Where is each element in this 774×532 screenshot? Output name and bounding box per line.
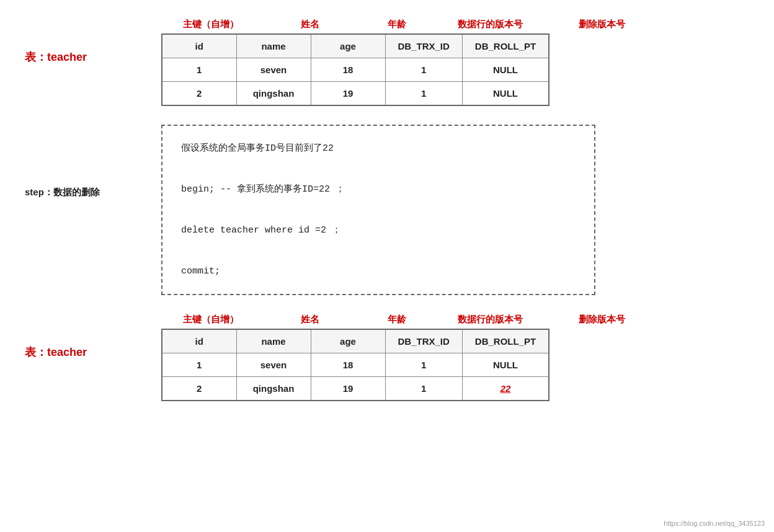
bottom-th-rollpt: DB_ROLL_PT (462, 329, 549, 353)
code-line: begin; -- 拿到系统的事务ID=22 ； (181, 179, 576, 200)
top-table-content: 主键（自增） 姓名 年龄 数据行的版本号 删除版本号 id name age D… (161, 19, 749, 106)
top-ch-name: 姓名 (260, 19, 360, 30)
bottom-row-rollpt: NULL (462, 353, 549, 377)
bottom-row-age: 18 (311, 353, 385, 377)
bottom-ch-name: 姓名 (260, 314, 360, 326)
watermark: https://blog.csdn.net/qq_3435123 (664, 520, 765, 527)
bottom-row-name: qingshan (236, 377, 311, 401)
page-container: 表：teacher 主键（自增） 姓名 年龄 数据行的版本号 删除版本号 id … (0, 0, 774, 438)
code-line (181, 241, 576, 261)
top-table-row: 2 qingshan 19 1 NULL (162, 82, 549, 106)
bottom-table-header-row: id name age DB_TRX_ID DB_ROLL_PT (162, 329, 549, 353)
bottom-table-row: 1 seven 18 1 NULL (162, 353, 549, 377)
top-table-section: 表：teacher 主键（自增） 姓名 年龄 数据行的版本号 删除版本号 id … (25, 19, 749, 106)
top-row-rollpt: NULL (462, 82, 549, 106)
code-line: commit; (181, 261, 576, 282)
top-th-trxid: DB_TRX_ID (385, 34, 462, 58)
bottom-row-age: 19 (311, 377, 385, 401)
top-col-headers: 主键（自增） 姓名 年龄 数据行的版本号 删除版本号 (161, 19, 749, 33)
bottom-ch-trxid: 数据行的版本号 (434, 314, 546, 326)
bottom-ch-age: 年龄 (360, 314, 434, 326)
bottom-row-id: 1 (162, 353, 236, 377)
bottom-th-name: name (236, 329, 311, 353)
top-row-age: 18 (311, 58, 385, 82)
bottom-ch-id: 主键（自增） (161, 314, 260, 326)
top-table-row: 1 seven 18 1 NULL (162, 58, 549, 82)
bottom-row-trxid: 1 (385, 377, 462, 401)
bottom-th-age: age (311, 329, 385, 353)
top-ch-age: 年龄 (360, 19, 434, 30)
bottom-row-name: seven (236, 353, 311, 377)
step-label: step：数据的删除 (25, 125, 161, 198)
code-line (181, 200, 576, 220)
top-row-name: seven (236, 58, 311, 82)
bottom-th-id: id (162, 329, 236, 353)
top-db-table: id name age DB_TRX_ID DB_ROLL_PT 1 seven… (161, 33, 549, 106)
bottom-row-rollpt-special: 22 (462, 377, 549, 401)
top-row-trxid: 1 (385, 82, 462, 106)
bottom-col-headers: 主键（自增） 姓名 年龄 数据行的版本号 删除版本号 (161, 314, 749, 329)
top-row-trxid: 1 (385, 58, 462, 82)
bottom-table-section: 表：teacher 主键（自增） 姓名 年龄 数据行的版本号 删除版本号 id … (25, 314, 749, 401)
top-ch-trxid: 数据行的版本号 (434, 19, 546, 30)
top-th-rollpt: DB_ROLL_PT (462, 34, 549, 58)
top-row-age: 19 (311, 82, 385, 106)
top-ch-id: 主键（自增） (161, 19, 260, 30)
code-line (181, 159, 576, 179)
top-row-name: qingshan (236, 82, 311, 106)
bottom-ch-rollpt: 删除版本号 (546, 314, 657, 326)
code-line: 假设系统的全局事务ID号目前到了22 (181, 138, 576, 159)
bottom-table-content: 主键（自增） 姓名 年龄 数据行的版本号 删除版本号 id name age D… (161, 314, 749, 401)
special-value: 22 (500, 383, 511, 394)
bottom-table-row: 2 qingshan 19 1 22 (162, 377, 549, 401)
code-line: delete teacher where id =2 ； (181, 220, 576, 241)
top-table-header-row: id name age DB_TRX_ID DB_ROLL_PT (162, 34, 549, 58)
top-ch-rollpt: 删除版本号 (546, 19, 657, 30)
top-table-label: 表：teacher (25, 19, 161, 64)
top-row-id: 2 (162, 82, 236, 106)
bottom-row-trxid: 1 (385, 353, 462, 377)
top-th-name: name (236, 34, 311, 58)
top-row-rollpt: NULL (462, 58, 549, 82)
bottom-db-table: id name age DB_TRX_ID DB_ROLL_PT 1 seven… (161, 329, 549, 401)
top-row-id: 1 (162, 58, 236, 82)
bottom-table-label: 表：teacher (25, 314, 161, 360)
bottom-th-trxid: DB_TRX_ID (385, 329, 462, 353)
step-section: step：数据的删除 假设系统的全局事务ID号目前到了22 begin; -- … (25, 125, 749, 295)
code-box: 假设系统的全局事务ID号目前到了22 begin; -- 拿到系统的事务ID=2… (161, 125, 595, 295)
bottom-row-id: 2 (162, 377, 236, 401)
top-th-age: age (311, 34, 385, 58)
top-th-id: id (162, 34, 236, 58)
